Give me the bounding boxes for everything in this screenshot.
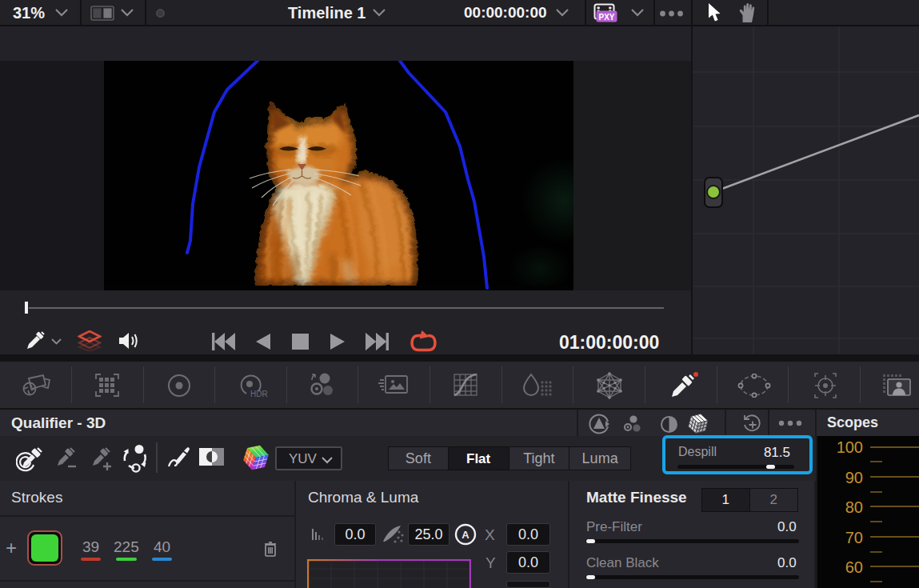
svg-text:HDR: HDR	[250, 390, 268, 398]
svg-text:80: 80	[845, 498, 863, 516]
svg-text:90: 90	[845, 469, 863, 486]
svg-text:100: 100	[837, 438, 863, 456]
svg-text:70: 70	[845, 529, 863, 546]
svg-text:PXY: PXY	[598, 13, 614, 22]
svg-text:60: 60	[845, 558, 863, 576]
svg-text:A: A	[461, 529, 469, 541]
